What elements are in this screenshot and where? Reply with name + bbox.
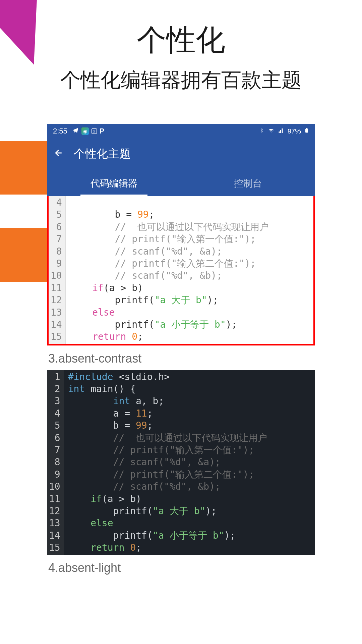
code-content-light: b = 99; // 也可以通过以下代码实现让用户 // printf("输入第… [66,196,269,344]
line-number: 14 [51,319,62,331]
code-line: else [70,307,269,319]
line-number: 4 [51,197,62,209]
line-number: 10 [51,270,62,282]
code-line: printf("a 小于等于 b"); [68,530,315,542]
code-content-dark: #include <stdio.h>int main() { int a, b;… [64,370,315,555]
tabs: 代码编辑器 控制台 [47,171,315,196]
tab-console[interactable]: 控制台 [181,171,315,196]
battery-percent: 97% [288,127,301,135]
line-number: 11 [49,493,60,505]
signal-icon [278,127,284,135]
line-number: 5 [49,420,60,432]
line-gutter-dark: 1 2 3 4 5 6 7 8 9 10 11 12 13 14 15 [47,370,64,555]
bluetooth-icon [259,127,264,135]
code-line: // scanf("%d", &b); [68,481,315,493]
back-arrow-icon[interactable] [54,148,64,161]
page-subtitle: 个性化编辑器拥有百款主题 [0,67,362,94]
line-number: 14 [49,530,60,542]
code-line: #include <stdio.h> [68,371,315,383]
line-number: 9 [51,258,62,270]
code-line: // printf("输入第二个值:"); [68,469,315,481]
p-icon: P [100,127,105,136]
code-line: // scanf("%d", &a); [68,456,315,468]
code-line: // printf("输入第一个值:"); [68,444,315,456]
battery-icon [304,127,309,136]
calendar-icon: x [92,128,97,134]
status-bar: 2:55 ◉ x P 97% [47,124,315,138]
wifi-icon [267,127,275,135]
app-bar-title: 个性化主题 [74,146,131,162]
app-icon: ◉ [81,127,89,135]
decorative-triangle [0,0,65,76]
line-gutter-light: 4 5 6 7 8 9 10 11 12 13 14 15 [49,196,66,344]
code-line: // scanf("%d", &b); [70,270,269,282]
code-line: // scanf("%d", &a); [70,246,269,258]
code-line: else [68,517,315,529]
phone-screenshot: 2:55 ◉ x P 97% [47,124,315,580]
tab-code-editor[interactable]: 代码编辑器 [47,171,181,196]
line-number: 13 [51,307,62,319]
code-line: printf("a 小于等于 b"); [70,319,269,331]
line-number: 11 [51,282,62,294]
line-number: 13 [49,517,60,529]
line-number: 7 [51,233,62,245]
code-line: a = 11; [68,408,315,420]
code-line: // 也可以通过以下代码实现让用户 [70,221,269,233]
code-line: printf("a 大于 b"); [68,505,315,517]
code-line: int a, b; [68,395,315,407]
status-time: 2:55 [53,127,67,136]
status-icons-left: ◉ x P [72,127,105,136]
line-number: 8 [51,246,62,258]
code-line: if(a > b) [68,493,315,505]
theme-label-4: 4.absent-light [47,555,315,580]
line-number: 12 [51,294,62,306]
theme-label-3: 3.absent-contrast [47,345,315,370]
app-bar: 个性化主题 [47,138,315,171]
line-number: 2 [49,383,60,395]
code-line: printf("a 大于 b"); [70,294,269,306]
code-line: int main() { [68,383,315,395]
line-number: 6 [49,432,60,444]
line-number: 1 [49,371,60,383]
svg-rect-1 [306,128,307,129]
code-line: b = 99; [70,209,269,221]
line-number: 15 [49,542,60,554]
line-number: 10 [49,481,60,493]
code-line: if(a > b) [70,282,269,294]
line-number: 5 [51,209,62,221]
line-number: 8 [49,456,60,468]
code-preview-dark: 1 2 3 4 5 6 7 8 9 10 11 12 13 14 15 #inc… [47,370,315,555]
line-number: 3 [49,395,60,407]
line-number: 9 [49,469,60,481]
telegram-icon [72,127,79,136]
svg-rect-0 [306,129,308,132]
code-line: return 0; [68,542,315,554]
line-number: 4 [49,408,60,420]
line-number: 12 [49,505,60,517]
line-number: 6 [51,221,62,233]
line-number: 7 [49,444,60,456]
line-number: 15 [51,331,62,343]
code-line: return 0; [70,331,269,343]
code-preview-light: 4 5 6 7 8 9 10 11 12 13 14 15 b = 99; //… [47,196,315,345]
code-line: // 也可以通过以下代码实现让用户 [68,432,315,444]
code-line [70,197,269,209]
code-line: // printf("输入第二个值:"); [70,258,269,270]
code-line: b = 99; [68,420,315,432]
code-line: // printf("输入第一个值:"); [70,233,269,245]
